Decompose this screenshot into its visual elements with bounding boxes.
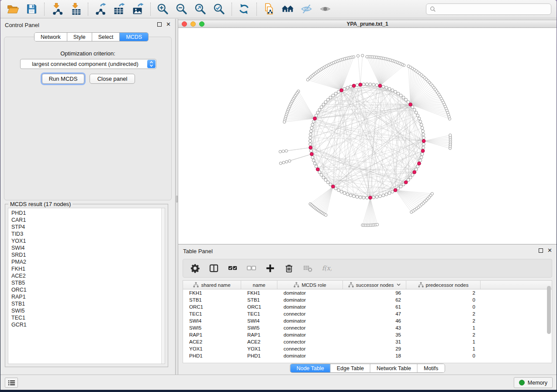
table-cell[interactable]: PHD1 [241, 353, 277, 358]
mcds-result-item[interactable]: TID3 [11, 230, 165, 237]
mcds-result-item[interactable]: CAR1 [11, 217, 165, 224]
save-session-icon[interactable] [24, 2, 38, 16]
table-cell[interactable]: SWI5 [241, 325, 277, 330]
zoom-selected-icon[interactable] [212, 2, 226, 16]
table-row[interactable]: SWI4SWI4dominator462 [183, 317, 552, 324]
mcds-result-list[interactable]: PHD1CAR1STP4TID3YOX1SWI4SRD1PMA2FKH1ACE2… [8, 208, 165, 364]
column-header-shared-name[interactable]: shared name [183, 281, 241, 289]
table-cell[interactable]: ORC1 [183, 304, 241, 309]
table-cell[interactable]: SWI5 [183, 325, 241, 330]
table-cell[interactable]: connector [277, 339, 343, 344]
table-cell[interactable]: TEC1 [241, 311, 277, 316]
float-panel-icon[interactable] [539, 248, 543, 253]
close-panel-button[interactable]: Close panel [90, 74, 135, 84]
table-cell[interactable]: RAP1 [241, 332, 277, 337]
network-window-titlebar[interactable]: YPA_prune.txt_1 [178, 20, 557, 28]
tab-mcds[interactable]: MCDS [120, 33, 148, 41]
column-header-MCDS-role[interactable]: MCDS role [277, 281, 343, 289]
table-cell[interactable]: 0 [406, 304, 481, 309]
split-view-icon[interactable] [208, 263, 219, 274]
mcds-result-item[interactable]: TEC1 [11, 314, 165, 321]
table-row[interactable]: SWI5SWI5connector431 [183, 324, 552, 331]
table-cell[interactable]: 35 [343, 332, 406, 337]
table-cell[interactable]: 0 [406, 353, 481, 358]
table-cell[interactable]: 62 [343, 297, 406, 303]
table-cell[interactable]: YOX1 [183, 346, 241, 351]
table-cell[interactable]: SWI4 [183, 318, 241, 323]
table-cell[interactable]: dominator [277, 332, 343, 337]
tab-node-table[interactable]: Node Table [291, 364, 331, 372]
search-input[interactable] [439, 6, 547, 12]
table-cell[interactable]: YOX1 [241, 346, 277, 351]
refresh-layout-icon[interactable] [237, 2, 251, 16]
splitter-grip[interactable] [176, 196, 178, 203]
table-cell[interactable]: RAP1 [183, 332, 241, 337]
table-cell[interactable]: 18 [343, 353, 406, 358]
table-cell[interactable]: connector [277, 325, 343, 330]
tab-network[interactable]: Network [35, 33, 67, 41]
search-box[interactable] [426, 3, 551, 15]
criterion-select[interactable]: largest connected component (undirected) [20, 59, 156, 69]
mcds-result-item[interactable]: SWI5 [11, 307, 165, 314]
tab-motifs[interactable]: Motifs [418, 364, 444, 372]
mcds-result-item[interactable]: STB1 [11, 300, 165, 307]
table-cell[interactable]: connector [277, 311, 343, 316]
list-scrollbar[interactable] [161, 208, 165, 364]
table-cell[interactable]: ACE2 [241, 339, 277, 344]
minimize-window-icon[interactable] [190, 21, 196, 27]
mcds-result-item[interactable]: PHD1 [11, 210, 165, 217]
column-header-predecessor-nodes[interactable]: predecessor nodes [406, 281, 481, 289]
table-cell[interactable]: 46 [343, 318, 406, 323]
table-cell[interactable]: 2 [406, 311, 481, 316]
column-header-name[interactable]: name [241, 281, 277, 289]
tab-network-table[interactable]: Network Table [370, 364, 418, 372]
table-cell[interactable]: FKH1 [241, 290, 277, 296]
table-cell[interactable]: dominator [277, 297, 343, 303]
table-cell[interactable]: ORC1 [241, 304, 277, 309]
table-row[interactable]: FKH1FKH1dominator962 [183, 289, 552, 296]
table-cell[interactable]: 29 [343, 346, 406, 351]
export-network-icon[interactable] [93, 2, 107, 16]
table-cell[interactable]: 1 [406, 346, 481, 351]
table-cell[interactable]: 31 [343, 339, 406, 344]
run-mcds-button[interactable]: Run MCDS [42, 74, 84, 84]
table-cell[interactable]: 2 [406, 290, 481, 296]
table-row[interactable]: RAP1RAP1dominator352 [183, 331, 552, 338]
mcds-result-item[interactable]: STP4 [11, 224, 165, 230]
zoom-out-icon[interactable] [174, 2, 188, 16]
scrollbar-thumb[interactable] [547, 286, 551, 334]
mcds-result-item[interactable]: SRD1 [11, 251, 165, 258]
memory-button[interactable]: Memory [514, 377, 553, 388]
first-neighbors-icon[interactable] [280, 2, 294, 16]
table-row[interactable]: ACE2ACE2connector311 [183, 338, 552, 345]
mcds-result-item[interactable]: RAP1 [11, 293, 165, 300]
delete-column-icon[interactable] [283, 263, 294, 274]
export-image-icon[interactable] [131, 2, 145, 16]
task-history-button[interactable] [5, 378, 18, 388]
table-row[interactable]: YOX1YOX1connector291 [183, 345, 552, 352]
maximize-window-icon[interactable] [199, 21, 204, 27]
table-cell[interactable]: 61 [343, 304, 406, 309]
close-panel-icon[interactable]: ✕ [166, 22, 171, 27]
tab-edge-table[interactable]: Edge Table [331, 364, 370, 372]
combo-stepper-icon[interactable] [147, 60, 156, 68]
zoom-fit-icon[interactable] [193, 2, 207, 16]
table-row[interactable]: TEC1TEC1connector472 [183, 310, 552, 317]
import-table-icon[interactable] [68, 2, 82, 16]
mcds-result-item[interactable]: PMA2 [11, 258, 165, 265]
table-cell[interactable]: 0 [406, 297, 481, 303]
export-table-icon[interactable] [112, 2, 126, 16]
open-file-icon[interactable] [6, 2, 20, 16]
table-row[interactable]: STB1STB1dominator620 [183, 296, 552, 303]
float-panel-icon[interactable] [157, 22, 162, 27]
table-cell[interactable]: 1 [406, 339, 481, 344]
close-panel-icon[interactable]: ✕ [547, 248, 552, 253]
table-cell[interactable]: STB1 [183, 297, 241, 303]
table-cell[interactable]: connector [277, 346, 343, 351]
close-window-icon[interactable] [182, 21, 187, 27]
table-settings-icon[interactable] [189, 263, 201, 274]
network-canvas[interactable] [178, 28, 557, 244]
mcds-result-item[interactable]: GCR1 [11, 321, 165, 328]
select-all-icon[interactable] [227, 263, 238, 274]
table-cell[interactable]: SWI4 [241, 318, 277, 323]
